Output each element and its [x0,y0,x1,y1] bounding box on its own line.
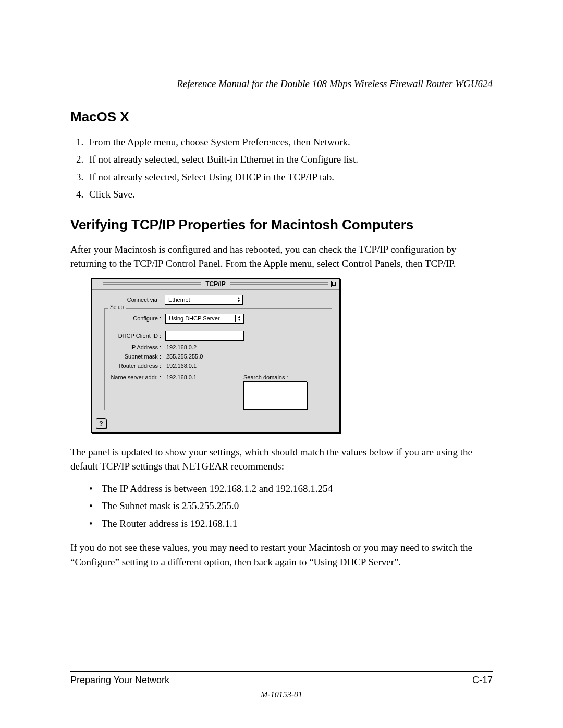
dhcp-client-id-input[interactable] [165,331,243,341]
setup-legend: Setup [108,304,126,310]
zoom-box-icon[interactable] [331,281,337,287]
heading-verify-tcpip: Verifying TCP/IP Properties for Macintos… [70,217,493,233]
list-item: The Router address is 192.168.1.1 [102,516,493,531]
titlebar-stripes [219,281,328,287]
configure-label: Configure : [105,315,165,322]
router-address-label: Router address : [105,363,165,369]
select-arrows-icon: ▲▼ [235,315,243,322]
tcpip-window: TCP/IP Connect via : Ethernet ▲▼ Setup C… [91,278,340,433]
select-arrows-icon: ▲▼ [235,297,242,303]
search-domains-input[interactable] [243,381,307,410]
router-address-value: 192.168.0.1 [165,363,197,369]
connect-via-value: Ethernet [165,297,235,303]
closing-paragraph: If you do not see these values, you may … [70,540,493,569]
step-item: If not already selected, select Built-in… [86,152,493,167]
page: Reference Manual for the Double 108 Mbps… [0,0,563,728]
help-button[interactable]: ? [96,418,106,429]
close-box-icon[interactable] [94,281,100,287]
configure-select[interactable]: Using DHCP Server ▲▼ [165,314,243,324]
step-item: If not already selected, Select Using DH… [86,169,493,184]
footer-doc-number: M-10153-01 [70,690,493,699]
macosx-steps: From the Apple menu, choose System Prefe… [70,134,493,202]
ip-address-label: IP Address : [105,344,165,350]
footer-section-name: Preparing Your Network [70,675,169,686]
ip-address-value: 192.168.0.2 [165,344,197,350]
window-body: Connect via : Ethernet ▲▼ Setup Configur… [92,290,339,415]
connect-via-select[interactable]: Ethernet ▲▼ [165,295,243,305]
dhcp-client-id-label: DHCP Client ID : [105,332,165,339]
post-panel-paragraph: The panel is updated to show your settin… [70,445,493,474]
name-server-value: 192.168.0.1 [165,374,197,380]
search-domains-label: Search domains : [243,374,288,380]
connect-via-label: Connect via : [99,297,165,303]
running-header: Reference Manual for the Double 108 Mbps… [70,78,493,94]
configure-value: Using DHCP Server [166,315,235,322]
footer-page-number: C-17 [472,675,493,686]
header-rule [70,94,493,94]
setup-group: Setup Configure : Using DHCP Server ▲▼ D… [104,308,332,410]
step-item: From the Apple menu, choose System Prefe… [86,134,493,150]
list-item: The IP Address is between 192.168.1.2 an… [102,481,493,496]
titlebar-stripes [103,281,213,287]
name-server-label: Name server addr. : [105,374,165,380]
subnet-mask-label: Subnet mask : [105,353,165,360]
list-item: The Subnet mask is 255.255.255.0 [102,498,493,513]
intro-paragraph: After your Macintosh is configured and h… [70,242,493,271]
window-bottom-bar: ? [92,415,339,432]
window-titlebar: TCP/IP [92,279,339,290]
subnet-mask-value: 255.255.255.0 [165,353,203,360]
recommended-values-list: The IP Address is between 192.168.1.2 an… [70,481,493,531]
step-item: Click Save. [86,187,493,202]
heading-macosx: MacOS X [70,109,493,125]
page-footer: Preparing Your Network C-17 M-10153-01 [70,671,493,699]
help-icon: ? [99,420,103,427]
